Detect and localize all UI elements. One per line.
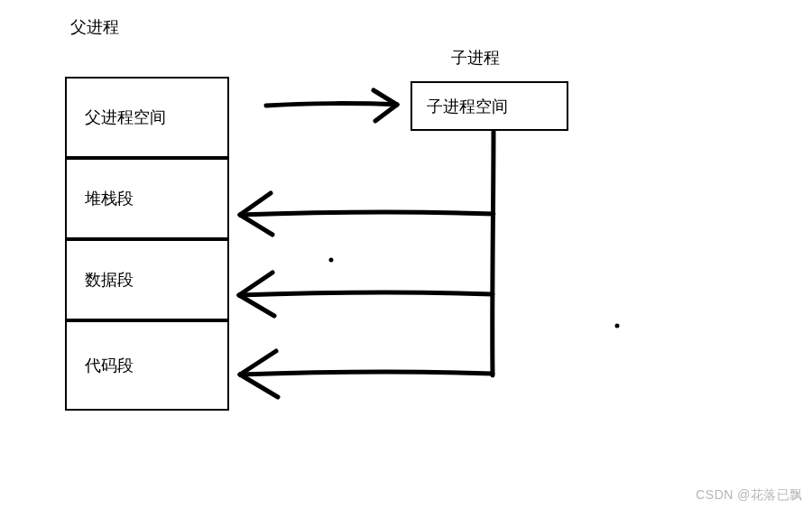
vertical-connector (493, 132, 494, 375)
arrow-to-data (239, 273, 493, 316)
code-segment-label: 代码段 (85, 355, 134, 376)
child-space-box: 子进程空间 (411, 81, 568, 131)
code-segment-box: 代码段 (65, 320, 229, 411)
data-segment-label: 数据段 (85, 269, 134, 291)
arrow-parent-to-child (266, 90, 397, 121)
stack-segment-box: 堆栈段 (65, 158, 229, 239)
watermark: CSDN @花落已飘 (696, 487, 803, 504)
parent-process-title: 父进程 (70, 16, 119, 38)
child-process-title: 子进程 (451, 47, 500, 69)
arrow-to-code (240, 351, 493, 397)
stray-dot-1 (329, 258, 334, 263)
stray-dot-2 (615, 324, 620, 329)
parent-space-label: 父进程空间 (85, 106, 166, 128)
data-segment-box: 数据段 (65, 239, 229, 320)
arrow-to-stack (240, 193, 494, 235)
stack-segment-label: 堆栈段 (85, 188, 134, 209)
parent-space-box: 父进程空间 (65, 77, 229, 158)
child-space-label: 子进程空间 (427, 96, 508, 117)
